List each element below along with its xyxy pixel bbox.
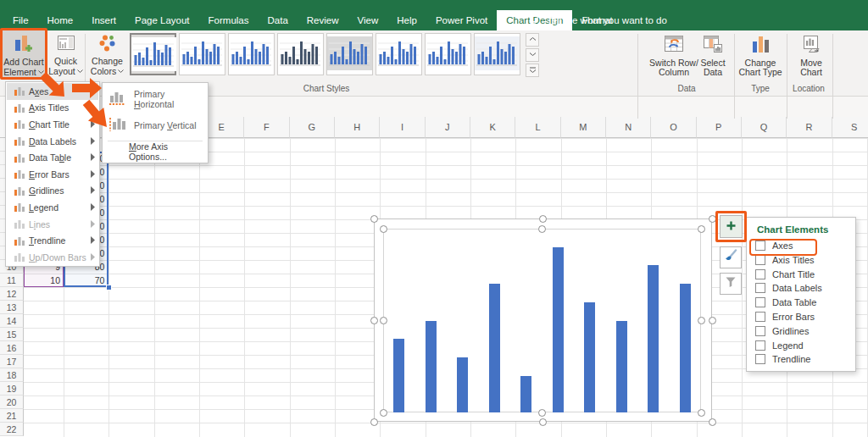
checkbox-unchecked[interactable]	[755, 340, 765, 351]
column-header-l[interactable]: L	[515, 117, 560, 138]
plot-area-handle[interactable]	[698, 409, 705, 417]
gallery-scroll-down-button[interactable]	[526, 48, 539, 62]
tab-view[interactable]: View	[348, 10, 388, 30]
row-header-12[interactable]: 12	[0, 287, 24, 301]
chart-element-option-data-labels[interactable]: Data Labels	[755, 283, 822, 293]
chart-bar-10[interactable]	[680, 284, 691, 412]
change-colors-button[interactable]: ChangeColors	[87, 31, 127, 80]
tab-formulas[interactable]: Formulas	[199, 10, 259, 30]
checkbox-unchecked[interactable]	[755, 297, 765, 307]
submenu-item-primary-vertical[interactable]: Primary Vertical	[103, 112, 207, 138]
chart-element-option-gridlines[interactable]: Gridlines	[755, 326, 809, 336]
checkbox-unchecked[interactable]	[755, 255, 765, 265]
column-header-k[interactable]: K	[470, 117, 515, 138]
plot-area-handle[interactable]	[380, 317, 387, 324]
tab-data[interactable]: Data	[259, 10, 298, 30]
chart-style-thumbnail-8[interactable]	[474, 33, 520, 75]
column-header-j[interactable]: J	[426, 117, 470, 138]
chart-bar-1[interactable]	[393, 339, 404, 412]
chart-styles-button[interactable]	[720, 246, 742, 268]
tab-insert[interactable]: Insert	[82, 10, 125, 30]
checkbox-unchecked[interactable]	[755, 269, 765, 279]
chart-style-thumbnail-4[interactable]	[277, 33, 324, 75]
checkbox-unchecked[interactable]	[755, 354, 765, 364]
chart-bar-8[interactable]	[616, 321, 627, 413]
menu-item-axes[interactable]: Axes	[7, 83, 98, 100]
column-header-o[interactable]: O	[651, 117, 696, 138]
row-header-19[interactable]: 19	[0, 382, 24, 396]
row-header-11[interactable]: 11	[0, 274, 24, 287]
menu-item-chart-title[interactable]: Chart Title	[7, 116, 98, 133]
chart-style-thumbnail-1[interactable]	[130, 33, 176, 75]
plot-area-handle[interactable]	[698, 317, 705, 324]
column-header-m[interactable]: M	[561, 117, 606, 138]
submenu-item-more-axis-options[interactable]: More Axis Options...	[103, 141, 207, 161]
row-header-20[interactable]: 20	[0, 396, 24, 409]
gallery-scroll-up-button[interactable]	[526, 33, 539, 47]
chart-area-handle[interactable]	[370, 317, 378, 324]
checkbox-unchecked[interactable]	[755, 326, 765, 336]
chart-area-handle[interactable]	[709, 418, 716, 426]
row-header-14[interactable]: 14	[0, 314, 24, 328]
column-header-r[interactable]: R	[787, 117, 832, 138]
chart-bar-9[interactable]	[648, 265, 659, 412]
row-header-16[interactable]: 16	[0, 341, 24, 355]
row-header-22[interactable]: 22	[0, 423, 24, 436]
row-header-15[interactable]: 15	[0, 328, 24, 341]
checkbox-unchecked[interactable]	[755, 283, 765, 293]
chart-style-thumbnail-6[interactable]	[376, 33, 422, 75]
chart-element-option-axis-titles[interactable]: Axis Titles	[755, 255, 815, 265]
menu-item-trendline[interactable]: Trendline	[7, 232, 98, 249]
chart-bar-2[interactable]	[426, 321, 437, 413]
gallery-more-button[interactable]	[526, 64, 539, 77]
column-header-p[interactable]: P	[697, 117, 742, 138]
chart-bar-5[interactable]	[520, 376, 531, 412]
chart-style-thumbnail-2[interactable]	[179, 33, 225, 75]
plot-area-handle[interactable]	[380, 225, 387, 233]
move-chart-button[interactable]: MoveChart	[779, 31, 843, 82]
menu-item-axis-titles[interactable]: Axis Titles	[7, 100, 98, 117]
chart-area-handle[interactable]	[370, 215, 378, 223]
chart-style-thumbnail-7[interactable]	[425, 33, 471, 75]
row-header-17[interactable]: 17	[0, 355, 24, 368]
tab-page-layout[interactable]: Page Layout	[125, 10, 199, 30]
chart-element-option-data-table[interactable]: Data Table	[755, 297, 816, 307]
tell-me-box[interactable]: Tell me what you want to do	[527, 10, 667, 30]
submenu-item-primary-horizontal[interactable]: Primary Horizontal	[103, 86, 207, 112]
menu-item-error-bars[interactable]: Error Bars	[7, 166, 98, 183]
chart-filters-button[interactable]	[720, 273, 742, 295]
chart-bar-4[interactable]	[489, 284, 500, 412]
column-header-n[interactable]: N	[606, 117, 651, 138]
chart-area-handle[interactable]	[539, 418, 547, 426]
menu-item-data-table[interactable]: Data Table	[7, 149, 98, 166]
chart-element-option-chart-title[interactable]: Chart Title	[755, 269, 815, 279]
chart-style-thumbnail-5[interactable]	[326, 33, 373, 75]
chart-bar-3[interactable]	[457, 357, 468, 412]
chart-area-handle[interactable]	[370, 418, 378, 426]
plot-area-handle[interactable]	[538, 225, 546, 233]
row-header-21[interactable]: 21	[0, 409, 24, 423]
quick-layout-button[interactable]: QuickLayout	[48, 31, 83, 80]
checkbox-unchecked[interactable]	[755, 312, 765, 322]
column-header-h[interactable]: H	[335, 117, 380, 138]
chart-style-thumbnail-3[interactable]	[228, 33, 275, 75]
chart-element-option-legend[interactable]: Legend	[755, 340, 804, 351]
row-header-18[interactable]: 18	[0, 368, 24, 382]
column-header-q[interactable]: Q	[742, 117, 787, 138]
column-header-f[interactable]: F	[244, 117, 289, 138]
chart-element-option-error-bars[interactable]: Error Bars	[755, 312, 815, 322]
menu-item-legend[interactable]: Legend	[7, 199, 98, 216]
tab-power-pivot[interactable]: Power Pivot	[426, 10, 497, 30]
tab-review[interactable]: Review	[298, 10, 348, 30]
column-header-g[interactable]: G	[290, 117, 335, 138]
column-header-s[interactable]: S	[832, 117, 868, 138]
menu-item-gridlines[interactable]: Gridlines	[7, 183, 98, 200]
plot-area-handle[interactable]	[380, 409, 387, 417]
chart-area-handle[interactable]	[709, 317, 716, 324]
plot-area-handle[interactable]	[698, 225, 705, 233]
tab-help[interactable]: Help	[387, 10, 426, 30]
chart-area-handle[interactable]	[539, 215, 547, 223]
fill-handle[interactable]	[106, 285, 112, 290]
chart-bar-6[interactable]	[553, 247, 564, 412]
chart-bar-7[interactable]	[584, 302, 595, 412]
